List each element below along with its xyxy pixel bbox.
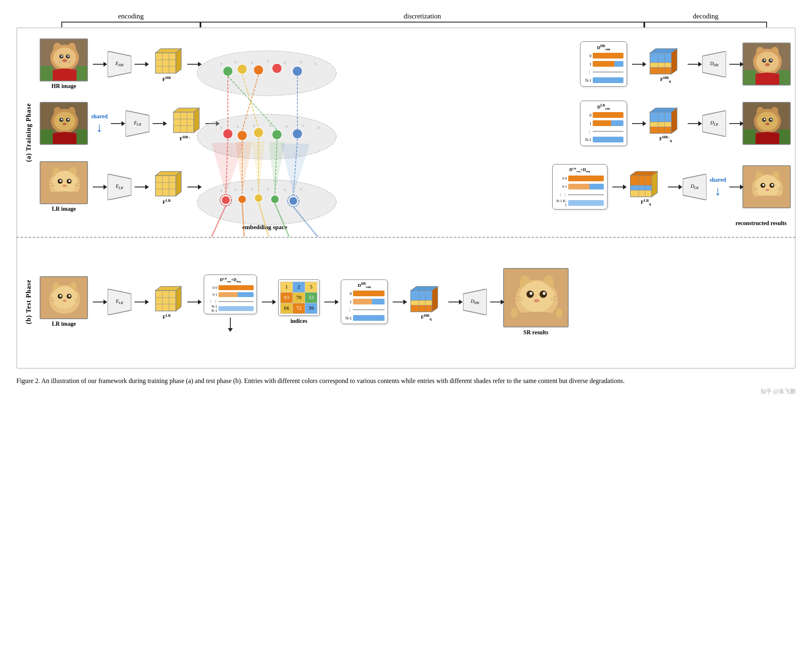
test-arrow-down <box>230 318 231 329</box>
lr-decoder: DLR <box>683 174 706 200</box>
lr-down-codebook: DLRcon 0 1 ⋮ <box>580 101 627 146</box>
test-output-image <box>503 268 569 327</box>
svg-point-77 <box>757 112 778 131</box>
svg-rect-54 <box>40 129 53 145</box>
lr-arrow-2 <box>135 187 146 187</box>
lr-arrow-3 <box>187 187 199 187</box>
hr-arrow-3 <box>187 64 199 65</box>
svg-marker-15 <box>155 53 176 73</box>
svg-point-93 <box>69 180 71 182</box>
svg-rect-55 <box>76 129 88 145</box>
svg-point-81 <box>770 119 772 120</box>
embedding-space-label: embedding space <box>183 224 346 231</box>
hr-input-image <box>40 38 88 81</box>
svg-marker-207 <box>176 286 181 311</box>
test-q-feature: FHRq <box>407 282 445 321</box>
svg-marker-205 <box>155 291 176 311</box>
lr-q-feature: FLRq <box>627 167 665 206</box>
svg-point-94 <box>63 185 67 187</box>
svg-marker-24 <box>671 49 677 74</box>
hr-output-image <box>742 43 791 86</box>
test-indices-label: indices <box>290 318 307 324</box>
svg-point-198 <box>69 295 71 297</box>
hr-arrow-5 <box>688 64 699 65</box>
lr-down-output-image <box>742 102 791 145</box>
test-arrow-6 <box>393 302 404 302</box>
svg-marker-17 <box>176 49 181 73</box>
svg-point-123 <box>763 184 765 186</box>
hr-dog-svg <box>40 39 88 81</box>
svg-marker-112 <box>630 185 652 190</box>
svg-marker-27 <box>650 63 671 68</box>
test-arrow-3 <box>187 302 199 302</box>
hr-arrow-1 <box>93 64 104 65</box>
watermark: 知乎 @落飞鹏 <box>16 388 796 395</box>
svg-rect-83 <box>743 129 756 145</box>
lr-feature-cube: FLR <box>149 168 184 205</box>
svg-marker-59 <box>194 108 199 133</box>
svg-point-7 <box>61 55 63 57</box>
svg-point-39 <box>764 59 765 61</box>
hr-codebook: DHRcon 0 1 ⋮ <box>580 41 627 87</box>
svg-point-36 <box>756 52 779 72</box>
svg-point-48 <box>54 112 75 131</box>
lr-down-arrow-5 <box>688 123 699 124</box>
svg-point-40 <box>770 59 772 61</box>
lr-output-image <box>742 165 791 208</box>
hr-feature-cube: FHR <box>149 45 184 83</box>
test-output-label: SR results <box>524 329 549 336</box>
hr-arrow-4 <box>632 64 643 65</box>
svg-marker-109 <box>652 171 657 197</box>
hr-image-label: HR image <box>52 83 76 90</box>
svg-point-229 <box>543 292 546 295</box>
lr-image-label: LR image <box>52 206 76 212</box>
svg-marker-214 <box>432 286 438 312</box>
svg-point-11 <box>68 62 70 63</box>
svg-marker-102 <box>176 171 181 196</box>
decoding-label: decoding <box>693 12 718 20</box>
reconstructed-results-label: reconstructed results <box>736 220 787 227</box>
lr-arrow-4 <box>612 187 624 187</box>
test-codebook-hr: DHRcon 0 1 ⋮ <box>341 279 388 324</box>
discretization-label: discretization <box>404 12 441 20</box>
shared-encoder-label: shared <box>91 113 108 120</box>
lr-arrow-5 <box>668 187 679 187</box>
test-decoder: DHR <box>463 289 487 315</box>
svg-point-10 <box>59 62 61 63</box>
svg-point-8 <box>67 55 69 57</box>
svg-point-225 <box>520 281 554 312</box>
test-arrow-8 <box>490 302 502 302</box>
shared-encoder-arrow: ↓ <box>96 121 103 134</box>
svg-point-120 <box>755 175 780 198</box>
lr-down-decoder: DLR <box>702 110 726 137</box>
svg-marker-215 <box>411 291 432 300</box>
lr-down-arrow-1 <box>111 123 122 124</box>
lr-down-encoder: ELR <box>126 110 149 137</box>
lr-row: LR image ELR <box>40 153 791 221</box>
svg-point-92 <box>60 180 62 182</box>
hr-arrow-2 <box>135 64 146 65</box>
lr-down-arrow-2 <box>153 123 164 124</box>
svg-point-51 <box>61 119 63 120</box>
test-input-label: LR image <box>52 321 76 327</box>
lr-down-arrow-6 <box>729 123 741 124</box>
svg-point-53 <box>63 123 67 125</box>
svg-point-125 <box>765 189 769 191</box>
svg-point-236 <box>556 308 562 318</box>
test-arrow-7 <box>448 302 460 302</box>
svg-marker-57 <box>173 112 194 133</box>
svg-marker-25 <box>650 53 671 63</box>
lr-down-arrow-4 <box>632 123 643 124</box>
svg-rect-13 <box>76 66 88 81</box>
svg-marker-217 <box>411 300 432 305</box>
svg-point-228 <box>530 292 533 295</box>
hr-encoder: EHR <box>108 51 131 77</box>
svg-point-124 <box>772 184 774 186</box>
test-arrow-1 <box>93 302 104 302</box>
test-arrow-4 <box>262 302 273 302</box>
lr-down-input-image <box>40 102 88 145</box>
lr-down-arrow-3 <box>205 123 217 124</box>
training-phase-label: (a) Training Phase <box>25 103 32 162</box>
lr-down-q-feature: FHR↓q <box>647 104 684 142</box>
svg-marker-67 <box>650 112 671 122</box>
